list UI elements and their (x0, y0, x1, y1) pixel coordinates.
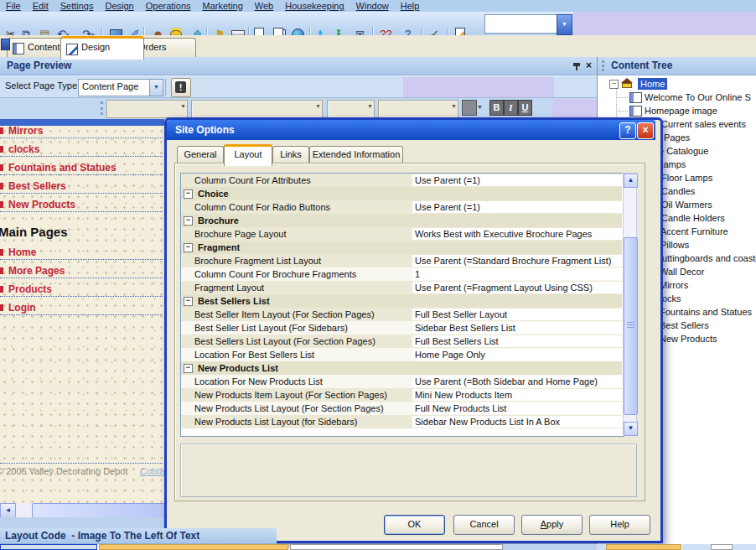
property-value[interactable]: Full Best Seller Layout (412, 309, 623, 320)
sidebar-link-fountains-and-statues[interactable]: Fountains and Statues (8, 162, 117, 174)
grid-section-row[interactable]: −Fragment (181, 241, 622, 254)
dialog-tab-extended-information[interactable]: Extended Information (309, 146, 403, 163)
property-value[interactable]: Works Best with Executive Brochure Pages (412, 228, 623, 240)
tree-item-accent-furniture[interactable]: Accent Furniture (660, 226, 728, 237)
sidebar-link-products[interactable]: Products (8, 283, 52, 295)
scroll-up-icon[interactable]: ▲ (624, 174, 638, 188)
chevron-down-icon[interactable]: ▼ (149, 80, 163, 96)
section-expander-icon[interactable]: − (184, 243, 193, 252)
bold-button[interactable]: B (489, 100, 504, 116)
menu-item-edit[interactable]: Edit (27, 0, 54, 12)
grid-section-row[interactable]: −Best Sellers List (181, 294, 622, 308)
grid-property-row[interactable]: New Products List Layout (For Section Pa… (181, 402, 622, 415)
dialog-help-icon[interactable]: ? (619, 122, 636, 139)
property-value[interactable]: Sidebar Best Sellers List (412, 322, 623, 334)
italic-button[interactable]: I (504, 100, 518, 116)
tree-item-lamps[interactable]: lamps (661, 158, 686, 170)
chevron-down-icon[interactable]: ▼ (367, 103, 373, 109)
ok-button[interactable]: OK (384, 515, 445, 535)
sidebar-link-home[interactable]: Home (8, 246, 36, 258)
sidebar-link-more-pages[interactable]: More Pages (8, 265, 65, 277)
property-value[interactable]: Full New Products List (412, 402, 623, 414)
format-combo-4[interactable]: ▼ (378, 100, 458, 118)
tree-item-candles[interactable]: Candles (661, 185, 695, 197)
tree-item-current-sales-events[interactable]: Current sales events (661, 118, 746, 130)
grid-property-row[interactable]: Brochure Page LayoutWorks Best with Exec… (181, 227, 622, 241)
chevron-down-icon[interactable]: ▼ (315, 103, 321, 109)
grid-section-row[interactable]: −New Products List (181, 361, 622, 375)
grid-property-row[interactable]: Brochure Fragment List LayoutUse Parent … (181, 254, 622, 267)
tree-item-floor-lamps[interactable]: Floor Lamps (661, 172, 712, 184)
grid-section-row[interactable]: −Brochure (181, 214, 622, 227)
menu-item-file[interactable]: File (0, 0, 27, 12)
grid-property-row[interactable]: Location For New Products ListUse Parent… (181, 375, 622, 388)
section-expander-icon[interactable]: − (184, 297, 193, 306)
menu-item-help[interactable]: Help (395, 0, 426, 12)
property-value[interactable]: Use Parent (=1) (412, 201, 623, 213)
dialog-close-icon[interactable]: × (637, 122, 654, 139)
dialog-titlebar[interactable]: Site Options ? × (167, 120, 655, 140)
underline-button[interactable]: U (518, 100, 532, 116)
tree-expander-icon[interactable]: − (609, 80, 619, 89)
format-combo-1[interactable]: ▼ (106, 100, 188, 118)
scrollbar-thumb[interactable] (32, 503, 165, 518)
tree-item-new-products[interactable]: New Products (660, 333, 717, 345)
section-expander-icon[interactable]: − (184, 364, 193, 373)
tab-design[interactable]: Design (60, 36, 144, 60)
property-value[interactable]: Mini New Products Item (412, 389, 623, 401)
menu-item-window[interactable]: Window (350, 0, 395, 12)
chevron-down-icon[interactable]: ▼ (451, 103, 457, 109)
grid-property-row[interactable]: Column Count For Brochure Fragments1 (181, 267, 622, 281)
preview-hscrollbar[interactable]: ◄ (0, 503, 164, 517)
help-button[interactable]: Help (589, 515, 650, 535)
sidebar-link-best-sellers[interactable]: Best Sellers (8, 180, 66, 192)
grid-property-row[interactable]: Best Seller List Layout (For Sidebars)Si… (181, 321, 622, 335)
grip-icon[interactable] (602, 60, 604, 71)
dialog-tab-general[interactable]: General (177, 146, 224, 163)
apply-button[interactable]: Apply (521, 515, 583, 535)
grip-icon[interactable] (101, 101, 103, 115)
dialog-tab-links[interactable]: Links (272, 146, 309, 163)
menu-item-design[interactable]: Design (99, 0, 139, 12)
scroll-left-icon[interactable]: ◄ (0, 503, 16, 518)
pin-icon[interactable] (573, 63, 580, 66)
property-value[interactable]: Use Parent (=Fragment Layout Using CSS) (412, 282, 623, 293)
tree-item-oil-warmers[interactable]: Oil Warmers (661, 199, 712, 210)
property-value[interactable]: 1 (412, 268, 623, 280)
grid-property-row[interactable]: Best Seller Item Layout (For Section Pag… (181, 308, 622, 321)
tree-item-e-catalogue[interactable]: e Catalogue (659, 145, 708, 157)
tree-item-mirrors[interactable]: Mirrors (660, 279, 688, 291)
dialog-tab-layout[interactable]: Layout (224, 144, 272, 166)
menu-item-operations[interactable]: Operations (140, 0, 197, 12)
tree-item-fountains-and-statues[interactable]: Fountains and Statues (660, 306, 752, 318)
sidebar-link-login[interactable]: Login (8, 302, 36, 314)
format-combo-3[interactable]: ▼ (327, 100, 375, 118)
page-type-combobox[interactable]: Content Page ▼ (78, 79, 163, 96)
grid-property-row[interactable]: New Products List Layout (for Sidebars)S… (181, 415, 622, 428)
section-expander-icon[interactable]: − (184, 189, 193, 199)
sidebar-link-clocks[interactable]: clocks (8, 143, 39, 155)
grid-property-row[interactable]: Best Sellers List Layout (For Section Pa… (181, 335, 622, 348)
sidebar-link-mirrors[interactable]: Mirrors (8, 126, 43, 137)
property-value[interactable]: Use Parent (=Both Sidebar and Home Page) (412, 376, 623, 387)
scroll-down-icon[interactable]: ▼ (624, 422, 638, 436)
toolbar-search-input[interactable] (484, 14, 562, 34)
property-value[interactable]: Home Page Only (412, 349, 623, 361)
grid-section-row[interactable]: −Choice (181, 187, 622, 200)
tree-item-welcome-to-our-online-s[interactable]: Welcome To Our Online S (645, 91, 751, 103)
tree-item-candle-holders[interactable]: Candle Holders (661, 212, 725, 224)
page-alert-button[interactable]: ! (171, 78, 191, 97)
property-value[interactable]: Use Parent (=1) (412, 174, 623, 186)
color-swatch-button[interactable] (462, 100, 477, 116)
menu-item-settings[interactable]: Settings (54, 0, 100, 12)
property-value[interactable]: Sidebar New Products List In A Box (412, 416, 623, 428)
grid-property-row[interactable]: Column Count For Radio ButtonsUse Parent… (181, 200, 622, 214)
tree-item-best-sellers[interactable]: Best Sellers (660, 319, 709, 331)
section-expander-icon[interactable]: − (184, 216, 193, 226)
tree-item-home[interactable]: Home (638, 78, 667, 90)
scrollbar-thumb[interactable] (624, 237, 638, 415)
tree-item-wall-decor[interactable]: Wall Decor (660, 266, 704, 278)
property-value[interactable]: Full Best Sellers List (412, 335, 623, 347)
menu-item-web[interactable]: Web (249, 0, 279, 12)
tree-item-pillows[interactable]: Pillows (660, 239, 689, 251)
